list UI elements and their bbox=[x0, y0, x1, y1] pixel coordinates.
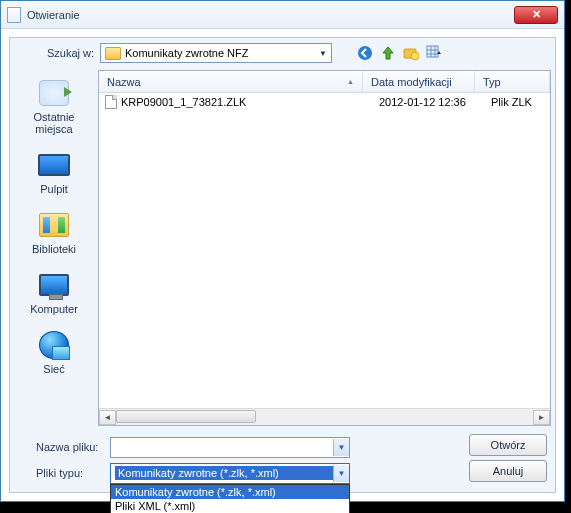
svg-rect-3 bbox=[427, 46, 438, 57]
place-recent[interactable]: Ostatnie miejsca bbox=[18, 74, 90, 138]
view-grid-icon bbox=[426, 45, 442, 61]
back-button[interactable] bbox=[356, 44, 374, 62]
column-headers: Nazwa Data modyfikacji Typ bbox=[99, 71, 550, 93]
file-rows: KRP09001_1_73821.ZLK 2012-01-12 12:36 Pl… bbox=[99, 93, 550, 408]
folder-icon bbox=[105, 47, 121, 60]
nav-icons bbox=[356, 44, 443, 62]
lookin-label: Szukaj w: bbox=[18, 47, 94, 59]
horizontal-scrollbar[interactable]: ◄ ► bbox=[99, 408, 550, 425]
place-label: Biblioteki bbox=[32, 243, 76, 255]
scroll-right-button[interactable]: ► bbox=[533, 410, 550, 425]
recent-places-icon bbox=[39, 80, 69, 106]
document-icon bbox=[7, 7, 21, 23]
chevron-down-icon: ▼ bbox=[319, 49, 327, 58]
window-title: Otwieranie bbox=[27, 9, 514, 21]
close-button[interactable]: ✕ bbox=[514, 6, 558, 24]
network-icon bbox=[39, 331, 69, 359]
filetype-option[interactable]: Pliki XML (*.xml) bbox=[111, 499, 349, 513]
place-network[interactable]: Sieć bbox=[18, 326, 90, 378]
column-type[interactable]: Typ bbox=[475, 71, 550, 92]
file-type: Plik ZLK bbox=[491, 96, 544, 108]
svg-point-2 bbox=[411, 52, 419, 60]
scroll-left-button[interactable]: ◄ bbox=[99, 410, 116, 425]
filetype-label: Pliki typu: bbox=[18, 467, 100, 479]
file-icon bbox=[105, 95, 117, 109]
place-desktop[interactable]: Pulpit bbox=[18, 146, 90, 198]
new-folder-icon bbox=[403, 45, 419, 61]
open-button[interactable]: Otwórz bbox=[469, 434, 547, 456]
action-buttons: Otwórz Anuluj bbox=[469, 434, 547, 486]
column-name[interactable]: Nazwa bbox=[99, 71, 363, 92]
file-row[interactable]: KRP09001_1_73821.ZLK 2012-01-12 12:36 Pl… bbox=[99, 93, 550, 111]
file-list: Nazwa Data modyfikacji Typ KRP09001_1_73… bbox=[98, 70, 551, 426]
cancel-button[interactable]: Anuluj bbox=[469, 460, 547, 482]
up-arrow-icon bbox=[380, 45, 396, 61]
file-date: 2012-01-12 12:36 bbox=[379, 96, 491, 108]
chevron-down-icon[interactable]: ▼ bbox=[333, 439, 349, 456]
filename-combo[interactable]: ▼ bbox=[110, 437, 350, 458]
libraries-icon bbox=[39, 213, 69, 237]
titlebar: Otwieranie ✕ bbox=[1, 1, 564, 29]
chevron-down-icon[interactable]: ▼ bbox=[333, 465, 349, 482]
dialog-body: Szukaj w: Komunikaty zwrotne NFZ ▼ bbox=[9, 37, 556, 493]
place-libraries[interactable]: Biblioteki bbox=[18, 206, 90, 258]
new-folder-button[interactable] bbox=[402, 44, 420, 62]
filetype-dropdown: Komunikaty zwrotne (*.zlk, *.xml) Pliki … bbox=[110, 484, 350, 514]
computer-icon bbox=[39, 274, 69, 296]
scroll-thumb[interactable] bbox=[116, 410, 256, 423]
scroll-track[interactable] bbox=[116, 410, 533, 425]
desktop-icon bbox=[38, 154, 70, 176]
toolbar: Szukaj w: Komunikaty zwrotne NFZ ▼ bbox=[10, 38, 555, 68]
bottom-panel: Nazwa pliku: ▼ Pliki typu: Komunikaty zw… bbox=[10, 428, 555, 486]
place-label: Sieć bbox=[43, 363, 64, 375]
filetype-value: Komunikaty zwrotne (*.zlk, *.xml) bbox=[115, 466, 333, 480]
filetype-option[interactable]: Komunikaty zwrotne (*.zlk, *.xml) bbox=[111, 485, 349, 499]
up-button[interactable] bbox=[379, 44, 397, 62]
main-area: Ostatnie miejsca Pulpit Biblioteki Kompu… bbox=[10, 68, 555, 428]
lookin-value: Komunikaty zwrotne NFZ bbox=[125, 47, 248, 59]
lookin-combo[interactable]: Komunikaty zwrotne NFZ ▼ bbox=[100, 43, 332, 63]
filename-label: Nazwa pliku: bbox=[18, 441, 100, 453]
column-date[interactable]: Data modyfikacji bbox=[363, 71, 475, 92]
place-label: Pulpit bbox=[40, 183, 68, 195]
place-label: Ostatnie miejsca bbox=[18, 111, 90, 135]
svg-point-0 bbox=[358, 46, 372, 60]
place-label: Komputer bbox=[30, 303, 78, 315]
file-name: KRP09001_1_73821.ZLK bbox=[121, 96, 379, 108]
filename-value bbox=[115, 446, 333, 448]
back-arrow-icon bbox=[357, 45, 373, 61]
places-bar: Ostatnie miejsca Pulpit Biblioteki Kompu… bbox=[10, 68, 98, 428]
open-dialog: Otwieranie ✕ Szukaj w: Komunikaty zwrotn… bbox=[0, 0, 565, 502]
place-computer[interactable]: Komputer bbox=[18, 266, 90, 318]
view-menu-button[interactable] bbox=[425, 44, 443, 62]
filetype-combo[interactable]: Komunikaty zwrotne (*.zlk, *.xml) ▼ Komu… bbox=[110, 463, 350, 484]
